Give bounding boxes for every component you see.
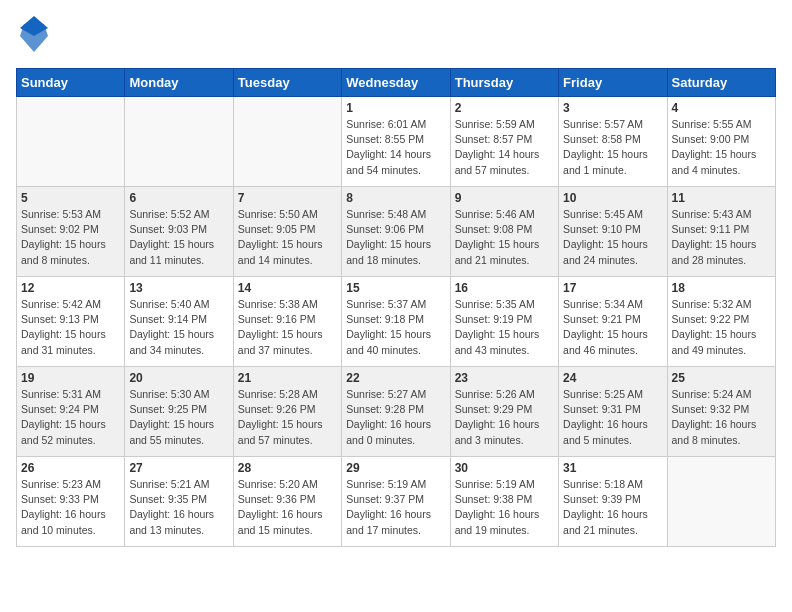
day-number: 11: [672, 191, 771, 205]
day-cell: 2Sunrise: 5:59 AM Sunset: 8:57 PM Daylig…: [450, 97, 558, 187]
day-cell: 29Sunrise: 5:19 AM Sunset: 9:37 PM Dayli…: [342, 457, 450, 547]
day-cell: 4Sunrise: 5:55 AM Sunset: 9:00 PM Daylig…: [667, 97, 775, 187]
day-cell: 23Sunrise: 5:26 AM Sunset: 9:29 PM Dayli…: [450, 367, 558, 457]
day-number: 4: [672, 101, 771, 115]
day-info: Sunrise: 5:23 AM Sunset: 9:33 PM Dayligh…: [21, 477, 120, 538]
day-info: Sunrise: 5:52 AM Sunset: 9:03 PM Dayligh…: [129, 207, 228, 268]
col-header-thursday: Thursday: [450, 69, 558, 97]
day-info: Sunrise: 5:40 AM Sunset: 9:14 PM Dayligh…: [129, 297, 228, 358]
col-header-saturday: Saturday: [667, 69, 775, 97]
day-cell: 25Sunrise: 5:24 AM Sunset: 9:32 PM Dayli…: [667, 367, 775, 457]
day-number: 9: [455, 191, 554, 205]
day-number: 2: [455, 101, 554, 115]
col-header-monday: Monday: [125, 69, 233, 97]
col-header-sunday: Sunday: [17, 69, 125, 97]
day-number: 13: [129, 281, 228, 295]
day-number: 29: [346, 461, 445, 475]
day-info: Sunrise: 6:01 AM Sunset: 8:55 PM Dayligh…: [346, 117, 445, 178]
day-cell: 20Sunrise: 5:30 AM Sunset: 9:25 PM Dayli…: [125, 367, 233, 457]
page-header: [16, 16, 776, 56]
day-number: 21: [238, 371, 337, 385]
day-cell: 3Sunrise: 5:57 AM Sunset: 8:58 PM Daylig…: [559, 97, 667, 187]
day-number: 14: [238, 281, 337, 295]
day-info: Sunrise: 5:48 AM Sunset: 9:06 PM Dayligh…: [346, 207, 445, 268]
day-number: 28: [238, 461, 337, 475]
day-cell: 28Sunrise: 5:20 AM Sunset: 9:36 PM Dayli…: [233, 457, 341, 547]
day-cell: 18Sunrise: 5:32 AM Sunset: 9:22 PM Dayli…: [667, 277, 775, 367]
day-cell: 16Sunrise: 5:35 AM Sunset: 9:19 PM Dayli…: [450, 277, 558, 367]
day-number: 12: [21, 281, 120, 295]
day-number: 25: [672, 371, 771, 385]
day-number: 20: [129, 371, 228, 385]
day-info: Sunrise: 5:46 AM Sunset: 9:08 PM Dayligh…: [455, 207, 554, 268]
calendar-table: SundayMondayTuesdayWednesdayThursdayFrid…: [16, 68, 776, 547]
day-cell: 19Sunrise: 5:31 AM Sunset: 9:24 PM Dayli…: [17, 367, 125, 457]
day-info: Sunrise: 5:18 AM Sunset: 9:39 PM Dayligh…: [563, 477, 662, 538]
day-number: 18: [672, 281, 771, 295]
day-cell: 13Sunrise: 5:40 AM Sunset: 9:14 PM Dayli…: [125, 277, 233, 367]
day-cell: 7Sunrise: 5:50 AM Sunset: 9:05 PM Daylig…: [233, 187, 341, 277]
day-number: 27: [129, 461, 228, 475]
day-cell: 11Sunrise: 5:43 AM Sunset: 9:11 PM Dayli…: [667, 187, 775, 277]
day-info: Sunrise: 5:20 AM Sunset: 9:36 PM Dayligh…: [238, 477, 337, 538]
day-info: Sunrise: 5:50 AM Sunset: 9:05 PM Dayligh…: [238, 207, 337, 268]
day-cell: 17Sunrise: 5:34 AM Sunset: 9:21 PM Dayli…: [559, 277, 667, 367]
day-number: 30: [455, 461, 554, 475]
week-row-5: 26Sunrise: 5:23 AM Sunset: 9:33 PM Dayli…: [17, 457, 776, 547]
day-info: Sunrise: 5:28 AM Sunset: 9:26 PM Dayligh…: [238, 387, 337, 448]
day-info: Sunrise: 5:19 AM Sunset: 9:37 PM Dayligh…: [346, 477, 445, 538]
day-info: Sunrise: 5:24 AM Sunset: 9:32 PM Dayligh…: [672, 387, 771, 448]
day-number: 7: [238, 191, 337, 205]
day-number: 3: [563, 101, 662, 115]
day-cell: [667, 457, 775, 547]
day-cell: [17, 97, 125, 187]
day-number: 26: [21, 461, 120, 475]
day-info: Sunrise: 5:21 AM Sunset: 9:35 PM Dayligh…: [129, 477, 228, 538]
day-cell: 24Sunrise: 5:25 AM Sunset: 9:31 PM Dayli…: [559, 367, 667, 457]
day-info: Sunrise: 5:59 AM Sunset: 8:57 PM Dayligh…: [455, 117, 554, 178]
day-cell: 31Sunrise: 5:18 AM Sunset: 9:39 PM Dayli…: [559, 457, 667, 547]
day-number: 17: [563, 281, 662, 295]
day-cell: 21Sunrise: 5:28 AM Sunset: 9:26 PM Dayli…: [233, 367, 341, 457]
day-number: 15: [346, 281, 445, 295]
day-number: 1: [346, 101, 445, 115]
day-cell: [125, 97, 233, 187]
day-info: Sunrise: 5:45 AM Sunset: 9:10 PM Dayligh…: [563, 207, 662, 268]
day-info: Sunrise: 5:19 AM Sunset: 9:38 PM Dayligh…: [455, 477, 554, 538]
day-info: Sunrise: 5:43 AM Sunset: 9:11 PM Dayligh…: [672, 207, 771, 268]
day-cell: 5Sunrise: 5:53 AM Sunset: 9:02 PM Daylig…: [17, 187, 125, 277]
day-info: Sunrise: 5:30 AM Sunset: 9:25 PM Dayligh…: [129, 387, 228, 448]
day-cell: 6Sunrise: 5:52 AM Sunset: 9:03 PM Daylig…: [125, 187, 233, 277]
day-cell: 9Sunrise: 5:46 AM Sunset: 9:08 PM Daylig…: [450, 187, 558, 277]
day-number: 8: [346, 191, 445, 205]
day-number: 16: [455, 281, 554, 295]
day-cell: 10Sunrise: 5:45 AM Sunset: 9:10 PM Dayli…: [559, 187, 667, 277]
day-cell: 15Sunrise: 5:37 AM Sunset: 9:18 PM Dayli…: [342, 277, 450, 367]
day-info: Sunrise: 5:57 AM Sunset: 8:58 PM Dayligh…: [563, 117, 662, 178]
col-header-friday: Friday: [559, 69, 667, 97]
header-row: SundayMondayTuesdayWednesdayThursdayFrid…: [17, 69, 776, 97]
day-cell: 12Sunrise: 5:42 AM Sunset: 9:13 PM Dayli…: [17, 277, 125, 367]
col-header-wednesday: Wednesday: [342, 69, 450, 97]
day-info: Sunrise: 5:34 AM Sunset: 9:21 PM Dayligh…: [563, 297, 662, 358]
day-cell: 8Sunrise: 5:48 AM Sunset: 9:06 PM Daylig…: [342, 187, 450, 277]
day-info: Sunrise: 5:35 AM Sunset: 9:19 PM Dayligh…: [455, 297, 554, 358]
day-info: Sunrise: 5:31 AM Sunset: 9:24 PM Dayligh…: [21, 387, 120, 448]
day-info: Sunrise: 5:38 AM Sunset: 9:16 PM Dayligh…: [238, 297, 337, 358]
day-number: 31: [563, 461, 662, 475]
day-cell: 27Sunrise: 5:21 AM Sunset: 9:35 PM Dayli…: [125, 457, 233, 547]
day-number: 22: [346, 371, 445, 385]
day-number: 24: [563, 371, 662, 385]
week-row-3: 12Sunrise: 5:42 AM Sunset: 9:13 PM Dayli…: [17, 277, 776, 367]
day-info: Sunrise: 5:42 AM Sunset: 9:13 PM Dayligh…: [21, 297, 120, 358]
day-cell: 30Sunrise: 5:19 AM Sunset: 9:38 PM Dayli…: [450, 457, 558, 547]
week-row-1: 1Sunrise: 6:01 AM Sunset: 8:55 PM Daylig…: [17, 97, 776, 187]
day-info: Sunrise: 5:25 AM Sunset: 9:31 PM Dayligh…: [563, 387, 662, 448]
day-info: Sunrise: 5:53 AM Sunset: 9:02 PM Dayligh…: [21, 207, 120, 268]
week-row-2: 5Sunrise: 5:53 AM Sunset: 9:02 PM Daylig…: [17, 187, 776, 277]
day-info: Sunrise: 5:27 AM Sunset: 9:28 PM Dayligh…: [346, 387, 445, 448]
day-number: 19: [21, 371, 120, 385]
day-cell: 1Sunrise: 6:01 AM Sunset: 8:55 PM Daylig…: [342, 97, 450, 187]
day-cell: [233, 97, 341, 187]
day-info: Sunrise: 5:26 AM Sunset: 9:29 PM Dayligh…: [455, 387, 554, 448]
